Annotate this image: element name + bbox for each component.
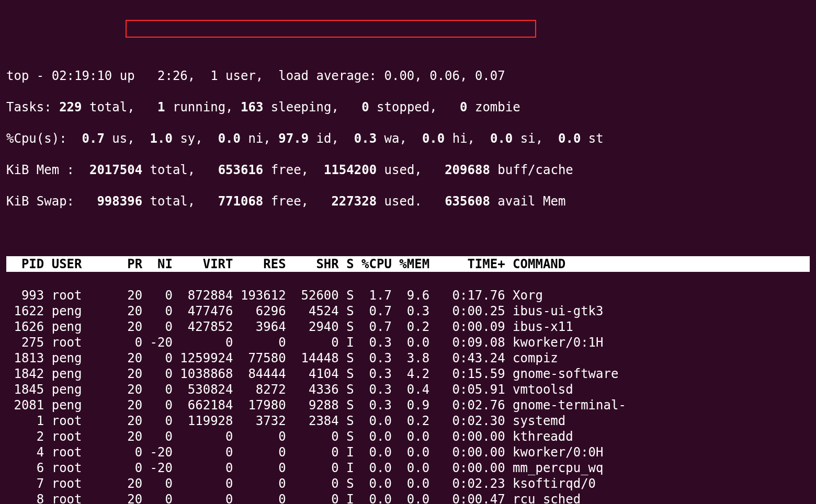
process-row[interactable]: 1622 peng 20 0 477476 6296 4524 S 0.7 0.… — [6, 303, 810, 319]
top-cpu-line: %Cpu(s): 0.7 us, 1.0 sy, 0.0 ni, 97.9 id… — [6, 131, 810, 146]
top-swap-line: KiB Swap: 998396 total, 771068 free, 227… — [6, 193, 810, 209]
process-row[interactable]: 1626 peng 20 0 427852 3964 2940 S 0.7 0.… — [6, 319, 810, 335]
process-row[interactable]: 1 root 20 0 119928 3732 2384 S 0.0 0.2 0… — [6, 413, 810, 429]
process-row[interactable]: 6 root 0 -20 0 0 0 I 0.0 0.0 0:00.00 mm_… — [6, 460, 810, 476]
process-row[interactable]: 8 root 20 0 0 0 0 I 0.0 0.0 0:00.47 rcu_… — [6, 491, 810, 504]
process-list[interactable]: 993 root 20 0 872884 193612 52600 S 1.7 … — [6, 288, 810, 504]
top-mem-line: KiB Mem : 2017504 total, 653616 free, 11… — [6, 162, 810, 178]
top-uptime-line: top - 02:19:10 up 2:26, 1 user, load ave… — [6, 68, 810, 84]
process-row[interactable]: 1845 peng 20 0 530824 8272 4336 S 0.3 0.… — [6, 382, 810, 397]
highlight-box — [126, 20, 536, 38]
process-row[interactable]: 7 root 20 0 0 0 0 S 0.0 0.0 0:02.23 ksof… — [6, 476, 810, 491]
process-row[interactable]: 275 root 0 -20 0 0 0 I 0.3 0.0 0:09.08 k… — [6, 335, 810, 350]
process-row[interactable]: 993 root 20 0 872884 193612 52600 S 1.7 … — [6, 288, 810, 303]
process-row[interactable]: 2 root 20 0 0 0 0 S 0.0 0.0 0:00.00 kthr… — [6, 429, 810, 444]
process-row[interactable]: 1813 peng 20 0 1259924 77580 14448 S 0.3… — [6, 350, 810, 366]
column-header[interactable]: PID USER PR NI VIRT RES SHR S %CPU %MEM … — [6, 256, 810, 272]
top-tasks-line: Tasks: 229 total, 1 running, 163 sleepin… — [6, 99, 810, 115]
process-row[interactable]: 4 root 0 -20 0 0 0 I 0.0 0.0 0:00.00 kwo… — [6, 444, 810, 460]
process-row[interactable]: 1842 peng 20 0 1038868 84444 4104 S 0.3 … — [6, 366, 810, 382]
blank-line — [6, 225, 810, 240]
process-row[interactable]: 2081 peng 20 0 662184 17980 9288 S 0.3 0… — [6, 397, 810, 413]
